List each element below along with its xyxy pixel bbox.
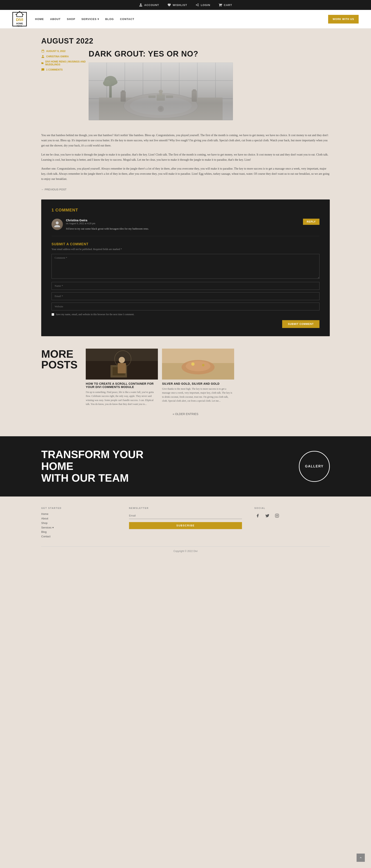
instagram-svg <box>275 514 279 518</box>
services-dropdown-icon: ▾ <box>98 18 99 21</box>
gallery-button[interactable]: GALLERY <box>299 451 330 482</box>
comment-content: Christina Gwira on August 9, 2022 at 4:2… <box>66 219 319 231</box>
save-info-row: Save my name, email, and website in this… <box>52 313 319 316</box>
nav-contact[interactable]: CONTACT <box>120 18 134 21</box>
nav-blog[interactable]: BLOG <box>105 18 114 21</box>
footer-link-contact-a[interactable]: Contact <box>41 535 50 538</box>
nav-home[interactable]: HOME <box>35 18 44 21</box>
post-category: DIVI HOME RENO | MUSINGS AND MUDDLINGS <box>41 60 87 66</box>
comment-item: Christina Gwira on August 9, 2022 at 4:2… <box>52 219 319 237</box>
svg-point-27 <box>124 93 198 118</box>
submit-note: Your email address will not be published… <box>52 248 319 251</box>
post-hero-image <box>89 62 233 120</box>
name-input[interactable] <box>52 282 319 290</box>
submit-comment-button[interactable]: SUBMIT COMMENT <box>282 320 319 328</box>
svg-rect-14 <box>161 81 179 99</box>
footer-link-blog: Blog <box>41 530 117 534</box>
cart-label: CART <box>224 3 232 7</box>
instagram-icon[interactable] <box>274 513 280 519</box>
account-link[interactable]: ACCOUNT <box>139 3 159 7</box>
post-paragraph-3: Another one. Congratulations, you played… <box>41 166 330 182</box>
svg-rect-36 <box>121 91 126 102</box>
post-category-text: DIVI HOME RENO | MUSINGS AND MUDDLINGS <box>45 60 87 66</box>
nav-shop[interactable]: SHOP <box>67 18 75 21</box>
post-card-1-illustration <box>86 349 158 379</box>
post-card-1-image <box>86 349 158 379</box>
twitter-icon[interactable] <box>264 513 271 519</box>
post-body: You see that bamboo behind me though, yo… <box>41 133 330 182</box>
cart-link[interactable]: CART <box>218 3 232 7</box>
post-author: CHRISTINA GWIRA <box>41 55 87 58</box>
footer-copyright: Copyright © 2022 Divi <box>41 547 330 553</box>
post-meta: AUGUST 9, 2022 CHRISTINA GWIRA DIVI HOME… <box>41 50 87 71</box>
footer-link-shop-a[interactable]: Shop <box>41 522 47 525</box>
svg-rect-17 <box>215 81 233 99</box>
prev-post-link[interactable]: ← PREVIOUS POST <box>41 188 67 191</box>
footer-link-shop: Shop <box>41 522 117 525</box>
svg-point-43 <box>110 80 117 85</box>
more-posts-label: MORE POSTS <box>41 349 77 376</box>
footer-link-blog-a[interactable]: Blog <box>41 530 46 533</box>
comments-title: 1 COMMENT <box>52 208 319 213</box>
facebook-svg <box>256 514 260 518</box>
svg-rect-2 <box>89 62 107 81</box>
login-label: LOGIN <box>201 3 210 7</box>
post-header-section: AUGUST 9, 2022 CHRISTINA GWIRA DIVI HOME… <box>41 50 330 126</box>
footer-link-about-a[interactable]: About <box>41 517 48 520</box>
logo-text-divi: DIVI <box>16 18 23 22</box>
post-navigation: ← PREVIOUS POST <box>41 188 330 191</box>
svg-rect-57 <box>275 514 279 517</box>
comment-textarea[interactable] <box>52 254 319 279</box>
svg-point-28 <box>130 96 192 115</box>
svg-rect-19 <box>107 99 125 120</box>
reply-button[interactable]: REPLY <box>303 219 319 225</box>
footer-newsletter-title: NEWSLETTER <box>129 507 242 509</box>
post-card-2-excerpt: Give thanks to the most high. The key to… <box>162 387 234 403</box>
work-with-us-button[interactable]: WORK WITH US <box>328 15 359 24</box>
svg-rect-40 <box>109 83 112 98</box>
author-icon <box>41 55 44 58</box>
svg-point-30 <box>159 107 162 111</box>
posts-grid: MORE POSTS HOW <box>41 349 330 406</box>
svg-rect-38 <box>192 90 197 102</box>
footer-newsletter: NEWSLETTER SUBSCRIBE <box>129 507 242 538</box>
logo[interactable]: DIVI HOME RENO. <box>12 12 27 26</box>
svg-rect-3 <box>107 62 125 81</box>
facebook-icon[interactable] <box>254 513 261 519</box>
wishlist-link[interactable]: WISHLIST <box>167 3 187 7</box>
footer-link-home-a[interactable]: Home <box>41 513 48 516</box>
svg-rect-9 <box>215 62 233 81</box>
footer-get-started: GET STARTED Home About Shop Services ▾ B… <box>41 507 117 538</box>
save-info-checkbox[interactable] <box>52 313 54 316</box>
footer-link-contact: Contact <box>41 535 117 538</box>
subscribe-button[interactable]: SUBSCRIBE <box>129 522 242 529</box>
svg-point-33 <box>159 90 163 93</box>
website-input[interactable] <box>52 303 319 310</box>
footer-link-about: About <box>41 517 117 520</box>
svg-rect-11 <box>107 81 125 99</box>
footer-link-services-a[interactable]: Services ▾ <box>41 526 117 529</box>
nav-services[interactable]: SERVICES ▾ <box>81 18 99 21</box>
older-entries-link[interactable]: « OLDER ENTRIES <box>173 412 198 416</box>
login-link[interactable]: LOGIN <box>195 3 210 7</box>
post-card-2-image <box>162 349 234 379</box>
svg-rect-39 <box>193 89 196 91</box>
footer-links-list: Home About Shop Services ▾ Blog Contact <box>41 513 117 538</box>
svg-rect-22 <box>161 99 179 120</box>
account-label: ACCOUNT <box>144 3 159 7</box>
post-date: AUGUST 9, 2022 <box>41 50 87 53</box>
older-entries: « OLDER ENTRIES <box>41 412 330 416</box>
svg-rect-1 <box>89 62 233 120</box>
svg-rect-50 <box>118 363 126 373</box>
newsletter-email-input[interactable] <box>129 513 242 519</box>
more-posts-title: MORE POSTS <box>41 349 77 370</box>
nav-about[interactable]: ABOUT <box>50 18 61 21</box>
comments-section: 1 COMMENT Christina Gwira on August 9, 2… <box>41 199 330 336</box>
svg-rect-35 <box>166 95 173 98</box>
twitter-svg <box>265 514 269 518</box>
svg-rect-21 <box>143 99 161 120</box>
comment-date: on August 9, 2022 at 4:20 pm <box>66 222 319 225</box>
email-input[interactable] <box>52 292 319 300</box>
footer-social: SOCIAL <box>254 507 330 538</box>
svg-point-49 <box>119 357 125 363</box>
